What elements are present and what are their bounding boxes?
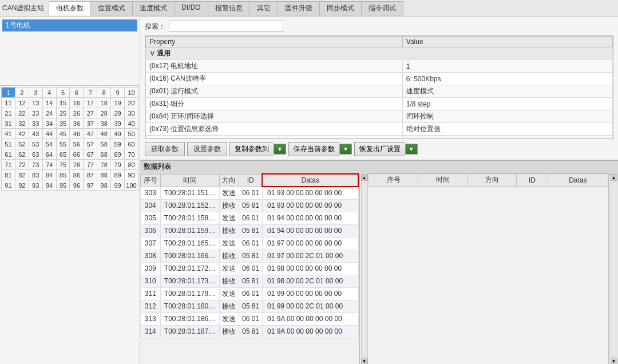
table-row[interactable]: 311T00:28:01.179…发送06 0101 99 00 00 00 0… — [141, 287, 359, 300]
grid-cell-56[interactable]: 56 — [70, 139, 84, 149]
grid-cell-50[interactable]: 50 — [125, 129, 138, 139]
tab-cmd-debug[interactable]: 指令调试 — [361, 1, 403, 15]
grid-cell-33[interactable]: 33 — [29, 118, 42, 129]
table-row[interactable]: 303T00:28:01.151…发送06 0101 93 00 00 00 0… — [141, 187, 359, 199]
grid-cell-44[interactable]: 44 — [42, 129, 56, 139]
scroll-up-btn[interactable]: ▲ — [361, 174, 368, 181]
tab-di-do[interactable]: DI/DO — [174, 1, 207, 15]
prop-row-0[interactable]: (0x17) 电机地址1 — [146, 60, 613, 73]
grid-cell-97[interactable]: 97 — [84, 180, 97, 191]
grid-cell-37[interactable]: 37 — [84, 118, 97, 129]
grid-cell-54[interactable]: 54 — [42, 139, 56, 149]
grid-cell-79[interactable]: 79 — [111, 160, 125, 170]
tab-other[interactable]: 其它 — [249, 1, 278, 15]
grid-cell-23[interactable]: 23 — [29, 108, 42, 118]
grid-cell-21[interactable]: 21 — [2, 108, 15, 118]
tree-motor-node[interactable]: 1号电机 — [2, 19, 137, 31]
table-row[interactable]: 313T00:28:01.186…发送06 0101 9A 00 00 00 0… — [141, 312, 359, 325]
table-row[interactable]: 314T00:28:01.187…接收05 8101 9A 00 00 00 0… — [141, 325, 359, 338]
grid-cell-70[interactable]: 70 — [125, 149, 138, 160]
grid-cell-57[interactable]: 57 — [84, 139, 97, 149]
restore-factory-button[interactable]: 恢复出厂设置 — [354, 142, 405, 156]
table-row[interactable]: 310T00:28:01.173…接收05 8101 98 00 00 2C 0… — [141, 275, 359, 287]
grid-cell-12[interactable]: 12 — [15, 98, 29, 108]
grid-cell-99[interactable]: 99 — [111, 180, 125, 191]
right-scroll-track[interactable] — [611, 182, 617, 357]
grid-cell-9[interactable]: 9 — [111, 88, 125, 98]
table-row[interactable]: 306T00:28:01.159…接收05 8101 94 00 00 00 0… — [141, 224, 359, 237]
grid-cell-69[interactable]: 69 — [111, 149, 125, 160]
grid-cell-100[interactable]: 100 — [125, 180, 138, 191]
grid-cell-22[interactable]: 22 — [15, 108, 29, 118]
grid-cell-74[interactable]: 74 — [42, 160, 56, 170]
grid-cell-90[interactable]: 90 — [125, 170, 138, 180]
prop-row-5[interactable]: (0x73) 位置信息源选择绝对位置值 — [146, 123, 613, 136]
prop-row-2[interactable]: (0x01) 运行模式速度模式 — [146, 85, 613, 98]
scroll-down-btn[interactable]: ▼ — [361, 358, 368, 364]
prop-row-6[interactable]: (0x0A) 编码器单位脉冲数 — [146, 136, 613, 139]
grid-cell-52[interactable]: 52 — [15, 139, 29, 149]
grid-cell-93[interactable]: 93 — [29, 180, 42, 191]
grid-cell-94[interactable]: 94 — [42, 180, 56, 191]
grid-cell-48[interactable]: 48 — [97, 129, 111, 139]
right-scrollbar[interactable]: ▲ ▼ — [609, 173, 618, 364]
prop-row-4[interactable]: (0x84) 开环/闭环选择闭环控制 — [146, 110, 613, 123]
grid-cell-82[interactable]: 82 — [15, 170, 29, 180]
grid-cell-89[interactable]: 89 — [111, 170, 125, 180]
grid-cell-29[interactable]: 29 — [111, 108, 125, 118]
grid-cell-59[interactable]: 59 — [111, 139, 125, 149]
scroll-track[interactable] — [361, 182, 368, 357]
grid-cell-95[interactable]: 95 — [56, 180, 70, 191]
grid-cell-65[interactable]: 65 — [56, 149, 70, 160]
grid-cell-41[interactable]: 41 — [2, 129, 15, 139]
grid-cell-68[interactable]: 68 — [97, 149, 111, 160]
grid-cell-11[interactable]: 11 — [2, 98, 15, 108]
grid-cell-26[interactable]: 26 — [70, 108, 84, 118]
restore-factory-arrow[interactable]: ▼ — [405, 144, 418, 155]
copy-params-button[interactable]: 复制参数到 — [229, 142, 274, 156]
grid-cell-51[interactable]: 51 — [2, 139, 15, 149]
tab-sync-mode[interactable]: 同步模式 — [319, 1, 361, 15]
grid-cell-77[interactable]: 77 — [84, 160, 97, 170]
grid-cell-18[interactable]: 18 — [97, 98, 111, 108]
tab-motor-params[interactable]: 电机参数 — [49, 1, 90, 15]
grid-cell-47[interactable]: 47 — [84, 129, 97, 139]
prop-row-1[interactable]: (0x16) CAN波特率6: 500Kbps — [146, 73, 613, 85]
grid-cell-5[interactable]: 5 — [56, 88, 70, 98]
prop-row-3[interactable]: (0x31) 细分1/8 step — [146, 98, 613, 110]
grid-cell-30[interactable]: 30 — [125, 108, 138, 118]
grid-cell-7[interactable]: 7 — [84, 88, 97, 98]
get-params-button[interactable]: 获取参数 — [145, 142, 185, 156]
grid-cell-62[interactable]: 62 — [15, 149, 29, 160]
tab-alarm[interactable]: 报警信息 — [208, 1, 249, 15]
grid-cell-20[interactable]: 20 — [125, 98, 138, 108]
grid-cell-6[interactable]: 6 — [70, 88, 84, 98]
grid-cell-15[interactable]: 15 — [56, 98, 70, 108]
right-scroll-up-btn[interactable]: ▲ — [611, 174, 617, 181]
grid-cell-78[interactable]: 78 — [97, 160, 111, 170]
grid-cell-19[interactable]: 19 — [111, 98, 125, 108]
grid-cell-75[interactable]: 75 — [56, 160, 70, 170]
grid-cell-39[interactable]: 39 — [111, 118, 125, 129]
table-row[interactable]: 312T00:28:01.180…接收05 8101 99 00 00 2C 0… — [141, 300, 359, 312]
grid-cell-38[interactable]: 38 — [97, 118, 111, 129]
grid-cell-53[interactable]: 53 — [29, 139, 42, 149]
save-params-arrow[interactable]: ▼ — [339, 144, 352, 155]
grid-cell-8[interactable]: 8 — [97, 88, 111, 98]
grid-cell-91[interactable]: 91 — [2, 180, 15, 191]
grid-cell-16[interactable]: 16 — [70, 98, 84, 108]
table-row[interactable]: 307T00:28:01.165…发送06 0101 97 00 00 00 0… — [141, 237, 359, 250]
grid-cell-46[interactable]: 46 — [70, 129, 84, 139]
grid-cell-45[interactable]: 45 — [56, 129, 70, 139]
grid-cell-27[interactable]: 27 — [84, 108, 97, 118]
search-input[interactable] — [169, 21, 283, 32]
grid-cell-81[interactable]: 81 — [2, 170, 15, 180]
grid-cell-88[interactable]: 88 — [97, 170, 111, 180]
grid-cell-63[interactable]: 63 — [29, 149, 42, 160]
grid-cell-17[interactable]: 17 — [84, 98, 97, 108]
grid-cell-24[interactable]: 24 — [42, 108, 56, 118]
grid-cell-3[interactable]: 3 — [29, 88, 42, 98]
table-row[interactable]: 309T00:28:01.172…发送06 0101 98 00 00 00 0… — [141, 262, 359, 275]
grid-cell-32[interactable]: 32 — [15, 118, 29, 129]
grid-cell-35[interactable]: 35 — [56, 118, 70, 129]
